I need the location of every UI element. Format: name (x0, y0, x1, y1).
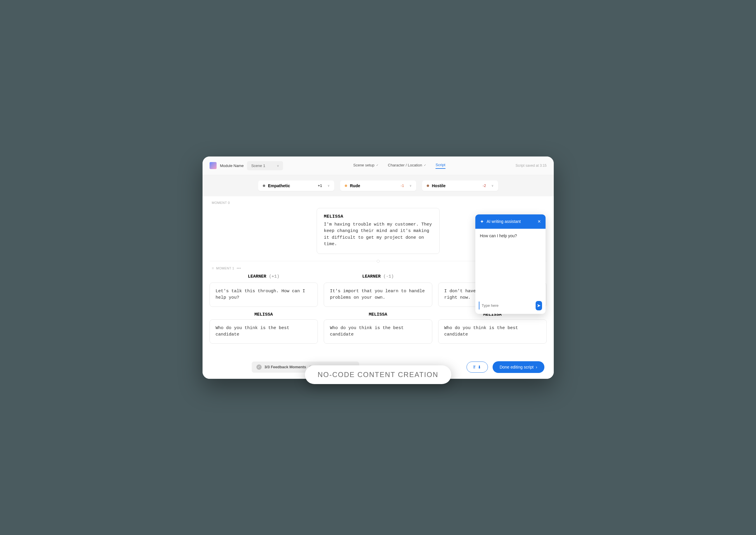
tone-hostile[interactable]: Hostile -2 ∨ (422, 181, 498, 191)
more-icon[interactable]: ••• (237, 266, 241, 270)
reply-card[interactable]: Who do you think is the best candidate (210, 320, 318, 344)
save-status-label: Script saved at 3:15 (515, 163, 546, 168)
ai-title: AI writing assistant (487, 219, 521, 224)
send-button[interactable]: ➤ (536, 301, 542, 310)
reply-speaker: MELISSA (324, 312, 432, 317)
check-circle-icon: ✓ (256, 364, 262, 370)
ai-greeting: How can I help you? (475, 229, 545, 297)
chevron-right-icon: › (536, 365, 538, 369)
learner-card[interactable]: Let's talk this through. How can I help … (210, 283, 318, 307)
branch-col-2: LEARNER (-1) It's import that you learn … (324, 274, 432, 349)
reply-card[interactable]: Who do you think is the best candidate (438, 320, 547, 344)
learner-card[interactable]: It's import that you learn to handle pro… (324, 283, 432, 307)
top-bar: Module Name Scene 1 ∨ Scene setup ✓ Char… (203, 156, 554, 175)
send-icon: ➤ (537, 303, 540, 308)
check-icon: ✓ (376, 163, 378, 167)
nav-scene-setup[interactable]: Scene setup ✓ (353, 163, 378, 169)
speaker-name: MELISSA (324, 214, 432, 219)
chevron-down-icon: ∨ (409, 184, 412, 187)
moment-0-label: MOMENT 0 (212, 201, 547, 205)
tone-empathetic[interactable]: Empathetic +1 ∨ (258, 181, 334, 191)
dialogue-text: I'm having trouble with my customer. The… (324, 221, 432, 248)
app-logo-icon (210, 162, 217, 169)
tone-rude[interactable]: Rude -1 ∨ (340, 181, 416, 191)
branch-header: LEARNER (-1) (324, 274, 432, 279)
reply-speaker: MELISSA (210, 312, 318, 317)
done-editing-button[interactable]: Done editing script › (493, 361, 544, 373)
chevron-down-icon: ∨ (277, 164, 279, 167)
tone-dot-icon (427, 184, 429, 187)
scene-selected-label: Scene 1 (251, 163, 265, 168)
header-nav: Scene setup ✓ Character / Location ✓ Scr… (283, 163, 515, 169)
sparkle-icon: ✦ (480, 219, 484, 224)
close-icon[interactable]: × (538, 218, 541, 225)
tone-dot-icon (263, 184, 265, 187)
nav-character-location[interactable]: Character / Location ✓ (388, 163, 426, 169)
export-pdf-button[interactable]: lf ⬇ (467, 361, 488, 373)
ai-input[interactable] (479, 301, 533, 309)
nav-script[interactable]: Script (436, 163, 445, 169)
scene-dropdown[interactable]: Scene 1 ∨ (247, 161, 283, 170)
branch-col-1: LEARNER (+1) Let's talk this through. Ho… (210, 274, 318, 349)
caption-badge: NO-CODE CONTENT CREATION (305, 365, 451, 384)
check-icon: ✓ (424, 163, 426, 167)
reply-card[interactable]: Who do you think is the best candidate (324, 320, 432, 344)
ai-panel-header: ✦ AI writing assistant × (475, 214, 545, 229)
chevron-down-icon: ∨ (491, 184, 493, 187)
app-window: Module Name Scene 1 ∨ Scene setup ✓ Char… (203, 156, 554, 379)
drag-handle-icon[interactable]: ≡ (212, 266, 214, 270)
divider-handle-icon[interactable] (377, 260, 380, 263)
download-icon: ⬇ (478, 365, 481, 369)
moment-0-card[interactable]: MELISSA I'm having trouble with my custo… (317, 208, 440, 254)
chevron-down-icon: ∨ (328, 184, 330, 187)
tone-bar: Empathetic +1 ∨ Rude -1 ∨ Hostile -2 ∨ (203, 175, 554, 196)
branch-header: LEARNER (+1) (210, 274, 318, 279)
tone-dot-icon (345, 184, 347, 187)
ai-input-row: ➤ (475, 297, 545, 314)
ai-assistant-panel: ✦ AI writing assistant × How can I help … (475, 214, 545, 314)
moment-1-label: MOMENT 1 (216, 267, 234, 270)
module-name-label: Module Name (220, 163, 244, 168)
